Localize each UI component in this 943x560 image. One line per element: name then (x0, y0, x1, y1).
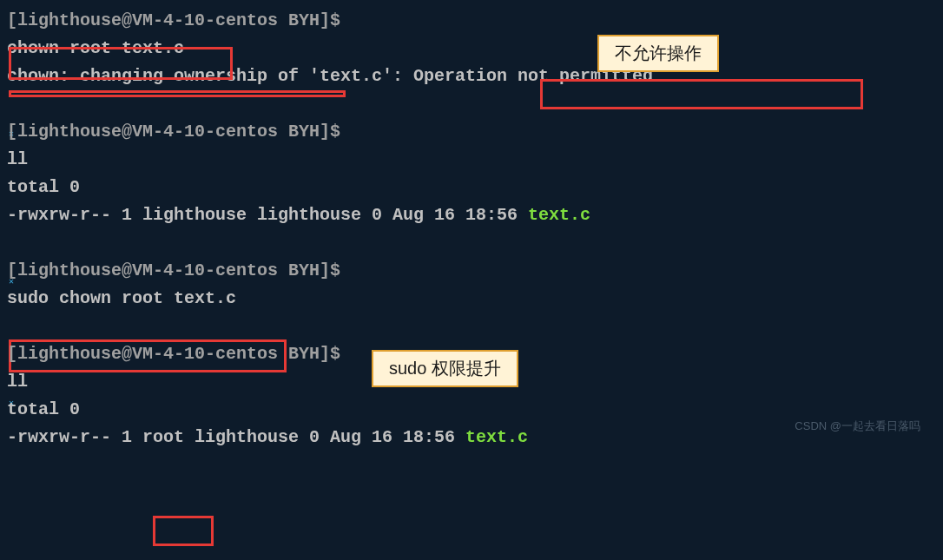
output-line: total 0 (7, 174, 936, 201)
prompt-line: [lighthouse@VM-4-10-centos BYH]$ (7, 7, 936, 35)
cmd-ll: ll (7, 372, 28, 392)
total-text: total 0 (7, 177, 80, 197)
shell-prompt: [lighthouse@VM-4-10-centos BYH]$ (7, 10, 340, 30)
command-line: sudo chown root text.c (7, 285, 936, 313)
file-perms: -rwxrw-r-- 1 lighthouse lighthouse 0 Aug… (7, 205, 528, 225)
cmd-sudo-chown: sudo chown root text.c (7, 288, 236, 308)
shell-prompt: [lighthouse@VM-4-10-centos BYH]$ (7, 260, 340, 280)
csdn-watermark: CSDN @一起去看日落吗 (795, 418, 920, 434)
annotation-not-permitted: 不允许操作 (597, 35, 719, 72)
file-name: text.c (528, 205, 590, 225)
prompt-line: [lighthouse@VM-4-10-centos BYH]$ (7, 340, 936, 368)
cmd-chown: chown root text.c (7, 38, 184, 58)
command-line: ll (7, 368, 936, 396)
file-name: text.c (465, 427, 528, 447)
shell-prompt: [lighthouse@VM-4-10-centos BYH]$ (7, 344, 340, 364)
perm-pre: -rwxrw-r-- 1 (7, 427, 142, 447)
command-line: chown root text.c (7, 35, 936, 63)
command-line: ll (7, 146, 936, 174)
owner-root: root (142, 427, 184, 447)
terminal-window[interactable]: [lighthouse@VM-4-10-centos BYH]$ chown r… (7, 7, 936, 451)
output-prefix: chown: changing ownership of 'text.c': (7, 66, 413, 86)
output-line: chown: changing ownership of 'text.c': O… (7, 63, 936, 90)
total-text: total 0 (7, 399, 80, 419)
cmd-ll: ll (7, 149, 28, 169)
highlight-box-root (153, 516, 214, 546)
ls-entry: -rwxrw-r-- 1 lighthouse lighthouse 0 Aug… (7, 201, 936, 229)
perm-post: lighthouse 0 Aug 16 18:56 (184, 427, 465, 447)
prompt-line: [lighthouse@VM-4-10-centos BYH]$ (7, 257, 936, 285)
prompt-line: [lighthouse@VM-4-10-centos BYH]$ (7, 118, 936, 146)
shell-prompt: [lighthouse@VM-4-10-centos BYH]$ (7, 122, 340, 142)
